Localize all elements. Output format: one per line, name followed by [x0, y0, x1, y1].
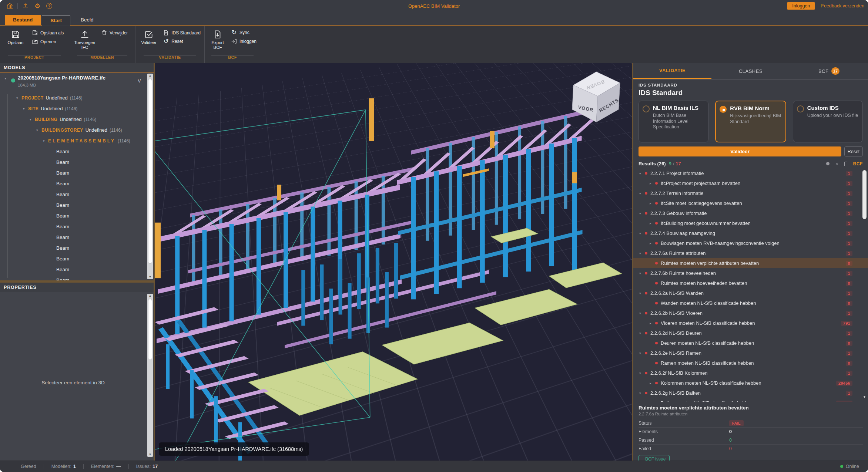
ids-standard-button[interactable]: IDS Standaard: [163, 30, 201, 36]
expander-icon[interactable]: [650, 182, 655, 185]
result-row[interactable]: 2.2.6.2a NL-SfB Wanden 1: [633, 288, 868, 298]
result-row[interactable]: IfcProject moet projectnaam bevatten 1: [633, 178, 868, 188]
result-row[interactable]: 2.2.6.2f NL-SfB Kolommen 1: [633, 368, 868, 378]
radio-icon[interactable]: [643, 105, 650, 112]
expander-icon[interactable]: [650, 202, 655, 205]
tree-row[interactable]: ▾ BUILDING Undefined (1146): [0, 114, 154, 125]
save-button[interactable]: Opslaan: [4, 29, 27, 45]
beam-list-item[interactable]: Beam: [0, 178, 154, 189]
expander-icon[interactable]: [639, 192, 645, 195]
export-bcf-button[interactable]: Export BCF: [208, 29, 228, 50]
feedback-link[interactable]: Feedback verzenden: [821, 3, 864, 9]
scroll-up-icon[interactable]: ▲: [147, 74, 153, 78]
expander-icon[interactable]: [639, 252, 645, 255]
scrollbar-thumb[interactable]: [862, 170, 867, 219]
ribbon-login-button[interactable]: Inloggen: [231, 38, 257, 44]
expander-icon[interactable]: ▾: [36, 128, 41, 132]
sync-button[interactable]: ↻ Sync: [231, 30, 257, 36]
result-row[interactable]: 2.2.7.6a Ruimte attributen 1: [633, 248, 868, 258]
scrollbar-thumb[interactable]: [148, 299, 152, 360]
beam-list-item[interactable]: Beam: [0, 210, 154, 221]
result-row[interactable]: 2.2.7.4 Bouwlaag naamgeving 1: [633, 228, 868, 238]
scrollbar-thumb[interactable]: [148, 79, 152, 264]
ids-option-card[interactable]: Custom IDS Upload your own IDS file: [793, 101, 863, 142]
result-row[interactable]: Wanden moeten NL-SfB classificatie hebbe…: [633, 298, 868, 308]
ids-option-card[interactable]: NL BIM Basis ILS Dutch BIM Base Informat…: [639, 101, 708, 142]
beam-list-item[interactable]: Beam: [0, 275, 154, 280]
result-row[interactable]: 2.2.7.3 Gebouw informatie 1: [633, 208, 868, 218]
result-row[interactable]: 2.2.6.2e NL-SfB Ramen 1: [633, 348, 868, 358]
reset-results-button[interactable]: Reset: [844, 146, 863, 156]
tree-row[interactable]: ▾ PROJECT Undefined (1146): [0, 92, 154, 103]
expander-icon[interactable]: [639, 371, 645, 375]
expander-icon[interactable]: [639, 212, 645, 215]
beam-list-item[interactable]: Beam: [0, 253, 154, 264]
bcf-export-label[interactable]: BCF: [853, 161, 863, 166]
status-filter-icon[interactable]: [826, 162, 830, 165]
result-row[interactable]: Ruimtes moeten verplichte attributen bev…: [633, 258, 868, 268]
right-panel-tab[interactable]: BCF 17: [790, 63, 868, 79]
result-row[interactable]: Vloeren moeten NL-SfB classificatie hebb…: [633, 318, 868, 328]
expander-icon[interactable]: [639, 291, 645, 295]
expander-icon[interactable]: [650, 381, 655, 385]
result-row[interactable]: 2.2.6.2b NL-SfB Vloeren 1: [633, 308, 868, 318]
tree-row[interactable]: ▾ BUILDINGSTOREY Undefined (1146): [0, 125, 154, 135]
report-icon[interactable]: [844, 162, 847, 166]
scroll-down-icon[interactable]: ▼: [147, 452, 153, 457]
beam-list-item[interactable]: Beam: [0, 221, 154, 232]
ids-option-card[interactable]: RVB BIM Norm Rijksvastgoedbedrijf BIM St…: [715, 101, 786, 142]
beam-list-item[interactable]: Beam: [0, 157, 154, 168]
result-row[interactable]: Ruimtes moeten hoeveelheden bevatten 0: [633, 278, 868, 288]
scroll-up-icon[interactable]: ▲: [147, 294, 153, 298]
scroll-down-icon[interactable]: ▼: [147, 275, 153, 279]
right-panel-tab[interactable]: VALIDATIE: [633, 63, 711, 79]
tab-start[interactable]: Start: [42, 16, 70, 26]
add-ifc-button[interactable]: Toevoegen IFC: [73, 29, 97, 50]
viewport-3d[interactable]: VOOR RECHTS BOVEN Loaded 20200518Yangsan…: [155, 63, 632, 461]
help-icon[interactable]: ?: [44, 1, 54, 10]
result-row[interactable]: 2.2.6.2d NL-SfB Deuren 1: [633, 328, 868, 338]
expander-icon[interactable]: [639, 331, 645, 335]
tree-row[interactable]: ▾ SITE Undefined (1146): [0, 103, 154, 114]
expander-icon[interactable]: ▾: [43, 139, 48, 143]
result-row[interactable]: 2.2.6.2g NL-SfB Balken 1: [633, 388, 868, 398]
result-row[interactable]: Kolommen moeten NL-SfB classificatie heb…: [633, 378, 868, 388]
expander-icon[interactable]: ▾: [23, 107, 28, 111]
share-upload-icon[interactable]: [21, 1, 30, 10]
expander-icon[interactable]: ▾: [16, 96, 21, 100]
models-scrollbar[interactable]: ▲ ▼: [147, 74, 153, 279]
expander-icon[interactable]: ▾: [4, 76, 6, 80]
model-file-row[interactable]: ▾ 20200518Yangsan Pr-HARDWARE.ifc 184.3 …: [0, 75, 154, 92]
expander-icon[interactable]: [639, 391, 645, 395]
result-row[interactable]: 2.2.7.1 Project informatie 1: [633, 168, 868, 178]
expander-icon[interactable]: [639, 351, 645, 355]
expander-icon[interactable]: [639, 272, 645, 275]
expander-icon[interactable]: [639, 311, 645, 315]
visibility-toggle[interactable]: V: [138, 78, 141, 84]
result-row[interactable]: IfcBuilding moet gebouwnummer bevatten 1: [633, 218, 868, 228]
result-row[interactable]: Deuren moeten NL-SfB classificatie hebbe…: [633, 338, 868, 348]
validate-ribbon-button[interactable]: Valideer: [139, 29, 158, 45]
expander-icon[interactable]: [639, 232, 645, 235]
reset-button[interactable]: ↺ Reset: [163, 38, 201, 44]
login-button[interactable]: Inloggen: [787, 2, 815, 10]
radio-icon[interactable]: [797, 105, 804, 112]
result-row[interactable]: Ramen moeten NL-SfB classificatie hebben…: [633, 358, 868, 368]
expander-icon[interactable]: [650, 222, 655, 225]
save-as-button[interactable]: Opslaan als: [32, 30, 64, 36]
result-row[interactable]: 2.2.7.6b Ruimte hoeveelheden 1: [633, 268, 868, 278]
clear-icon[interactable]: ×: [835, 161, 838, 166]
scroll-down-icon[interactable]: ▼: [862, 395, 867, 399]
result-row[interactable]: 2.2.7.2 Terrein informatie 1: [633, 188, 868, 198]
beam-list-item[interactable]: Beam: [0, 264, 154, 275]
beam-list-item[interactable]: Beam: [0, 189, 154, 200]
navigation-cube[interactable]: VOOR RECHTS BOVEN: [562, 67, 627, 128]
open-button[interactable]: Openen: [32, 38, 64, 45]
right-panel-tab[interactable]: CLASHES: [711, 63, 790, 79]
beam-list-item[interactable]: Beam: [0, 200, 154, 210]
add-bcf-issue-button[interactable]: +BCF issue: [639, 455, 670, 461]
result-row[interactable]: Balken moeten NL-SfB classificatie hebbe…: [633, 398, 868, 402]
expander-icon[interactable]: [639, 172, 645, 175]
delete-button[interactable]: Verwijder: [101, 30, 128, 36]
expander-icon[interactable]: [650, 242, 655, 245]
